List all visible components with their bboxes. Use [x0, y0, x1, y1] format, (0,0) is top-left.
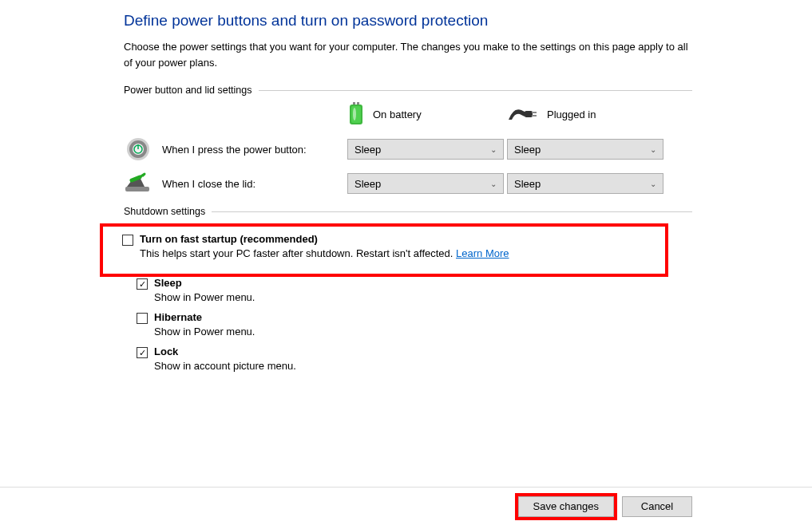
lock-label: Lock — [154, 345, 178, 357]
chevron-down-icon: ⌄ — [490, 145, 497, 154]
svg-rect-6 — [532, 112, 537, 113]
fast-startup-highlight: Turn on fast startup (recommended) This … — [100, 223, 668, 277]
dropdown-value: Sleep — [514, 144, 541, 156]
dropdown-value: Sleep — [514, 178, 541, 190]
fast-startup-checkbox[interactable] — [122, 235, 133, 246]
sleep-label: Sleep — [154, 277, 182, 289]
lock-desc: Show in account picture menu. — [154, 360, 692, 372]
divider — [259, 90, 692, 91]
svg-rect-0 — [353, 102, 355, 105]
learn-more-link[interactable]: Learn More — [456, 247, 509, 259]
svg-rect-3 — [351, 106, 361, 123]
divider — [212, 211, 692, 212]
section-power-button-header: Power button and lid settings — [124, 85, 692, 96]
power-button-plugged-dropdown[interactable]: Sleep ⌄ — [507, 139, 663, 160]
lock-checkbox[interactable] — [137, 347, 148, 358]
fast-startup-desc: This helps start your PC faster after sh… — [140, 247, 659, 259]
hibernate-checkbox[interactable] — [137, 313, 148, 324]
chevron-down-icon: ⌄ — [490, 180, 497, 188]
hibernate-label: Hibernate — [154, 311, 202, 323]
power-button-icon — [126, 137, 150, 161]
laptop-lid-icon — [124, 172, 152, 195]
footer: Save changes Cancel — [0, 487, 812, 525]
battery-icon — [347, 102, 365, 126]
power-button-label: When I press the power button: — [162, 144, 307, 156]
column-plugged-in-label: Plugged in — [547, 109, 596, 120]
save-changes-button[interactable]: Save changes — [518, 496, 614, 517]
page-subtitle: Choose the power settings that you want … — [124, 39, 692, 70]
section-shutdown-header: Shutdown settings — [124, 206, 692, 217]
column-plugged-in: Plugged in — [507, 105, 667, 123]
page-title: Define power buttons and turn on passwor… — [124, 12, 692, 30]
section-power-button-label: Power button and lid settings — [124, 85, 252, 96]
column-on-battery: On battery — [347, 102, 507, 126]
section-shutdown-label: Shutdown settings — [124, 206, 205, 217]
chevron-down-icon: ⌄ — [650, 145, 656, 154]
svg-rect-1 — [357, 102, 359, 105]
close-lid-plugged-dropdown[interactable]: Sleep ⌄ — [507, 173, 663, 194]
chevron-down-icon: ⌄ — [650, 180, 656, 188]
power-button-battery-dropdown[interactable]: Sleep ⌄ — [347, 139, 504, 160]
close-lid-battery-dropdown[interactable]: Sleep ⌄ — [347, 173, 504, 194]
close-lid-label: When I close the lid: — [162, 178, 255, 190]
svg-rect-13 — [125, 187, 149, 191]
plug-icon — [507, 105, 539, 123]
sleep-desc: Show in Power menu. — [154, 291, 692, 303]
dropdown-value: Sleep — [355, 144, 381, 156]
svg-rect-7 — [532, 115, 537, 116]
column-on-battery-label: On battery — [373, 109, 422, 120]
sleep-checkbox[interactable] — [137, 278, 148, 290]
cancel-button[interactable]: Cancel — [622, 496, 692, 517]
fast-startup-label: Turn on fast startup (recommended) — [140, 233, 318, 245]
svg-point-4 — [353, 108, 356, 120]
dropdown-value: Sleep — [355, 178, 381, 190]
svg-rect-5 — [525, 111, 533, 117]
hibernate-desc: Show in Power menu. — [154, 326, 692, 338]
